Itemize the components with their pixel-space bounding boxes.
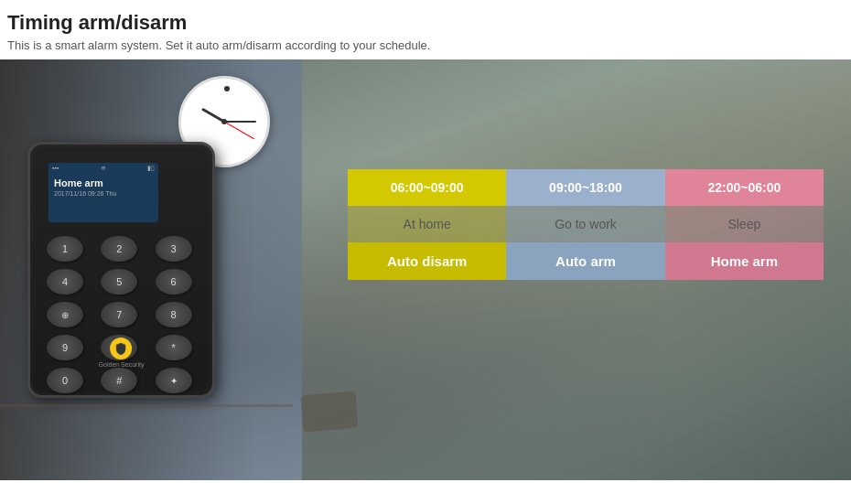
label-col3: Sleep [665,206,824,242]
signal-icon: ▪▪▪ [52,165,59,172]
schedule-table: 06:00~09:00 09:00~18:00 22:00~06:00 At h… [348,169,824,280]
page-subtitle: This is a smart alarm system. Set it aut… [7,38,844,52]
key-special: ✦ [156,368,192,393]
desk-item [300,391,358,432]
time-col3: 22:00~06:00 [665,169,824,206]
label-col1: At home [348,206,506,242]
schedule-label-row: At home Go to work Sleep [348,206,824,242]
schedule-time-row: 06:00~09:00 09:00~18:00 22:00~06:00 [348,169,824,206]
key-3: 3 [156,236,192,262]
label-col2: Go to work [506,206,664,242]
key-8: 8 [156,302,192,327]
shelf-line [0,404,293,407]
keypad: 1 2 3 4 5 6 ⊕ 7 8 9 ⊙ * 0 # ✦ [47,236,202,393]
action-col3: Home arm [665,242,824,280]
key-star: * [156,335,192,360]
action-col2: Auto arm [506,242,664,280]
time-col1: 06:00~09:00 [348,169,506,206]
screen-date-text: 2017/11/16 09:26 Thu [54,190,153,197]
screen-mode-text: Home arm [54,177,153,188]
key-hash: # [101,368,137,393]
page-title: Timing arm/disarm [7,11,844,35]
screen-content: Home arm 2017/11/16 09:26 Thu [48,174,158,198]
key-2: 2 [101,236,137,262]
main-image: ▪▪▪ ≋ ▮▯ Home arm 2017/11/16 09:26 Thu 1… [0,59,851,480]
key-7: 7 [101,302,137,327]
key-0: 0 [47,368,83,393]
clock-minute-hand [224,121,256,123]
logo-text: Golden Security [99,361,145,368]
panel-logo: Golden Security [99,338,145,368]
key-6: 6 [156,269,192,295]
action-col1: Auto disarm [348,242,506,280]
key-4: 4 [47,269,83,295]
device-screen: ▪▪▪ ≋ ▮▯ Home arm 2017/11/16 09:26 Thu [48,163,158,222]
screen-status-bar: ▪▪▪ ≋ ▮▯ [48,163,158,174]
schedule-action-row: Auto disarm Auto arm Home arm [348,242,824,280]
battery-icon: ▮▯ [147,165,155,172]
key-5: 5 [101,269,137,295]
key-9: 9 [47,335,83,360]
time-col2: 09:00~18:00 [506,169,664,206]
shield-icon [115,342,128,355]
alarm-device: ▪▪▪ ≋ ▮▯ Home arm 2017/11/16 09:26 Thu 1… [27,96,229,389]
wifi-icon: ≋ [101,165,106,172]
key-lock: ⊕ [47,302,83,327]
logo-circle [111,338,133,359]
key-1: 1 [47,236,83,262]
panel-body: ▪▪▪ ≋ ▮▯ Home arm 2017/11/16 09:26 Thu 1… [27,142,215,398]
header-section: Timing arm/disarm This is a smart alarm … [0,0,851,59]
